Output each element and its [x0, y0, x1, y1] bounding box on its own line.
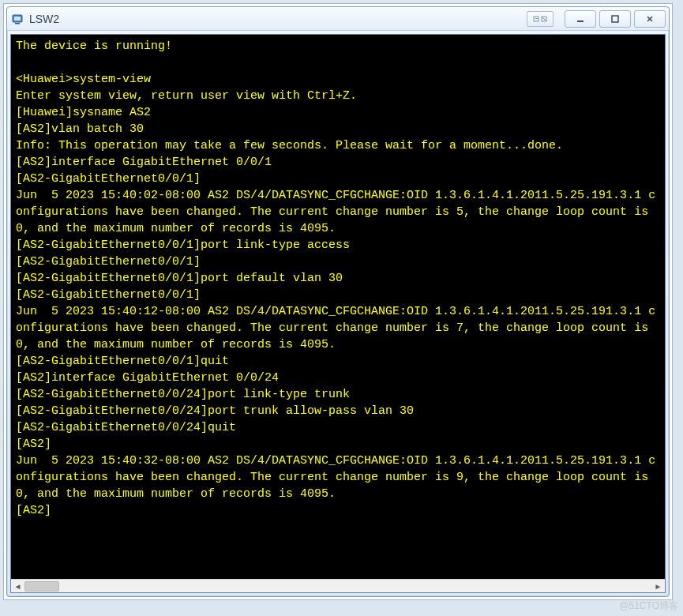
scrollbar-track[interactable]	[24, 580, 651, 592]
watermark: @51CTO博客	[619, 599, 678, 613]
scrollbar-thumb[interactable]	[24, 581, 59, 592]
titlebar[interactable]: LSW2	[7, 7, 669, 31]
horizontal-scrollbar[interactable]: ◄ ►	[11, 579, 665, 592]
svg-rect-2	[15, 23, 20, 24]
close-button[interactable]	[634, 10, 666, 28]
scroll-right-button[interactable]: ►	[651, 580, 665, 593]
svg-rect-1	[14, 17, 21, 21]
minimize-button[interactable]	[565, 10, 596, 28]
svg-rect-4	[535, 18, 538, 19]
window-title: LSW2	[29, 13, 59, 25]
outer-frame: LSW2	[3, 3, 673, 600]
app-icon	[10, 12, 24, 26]
scroll-left-button[interactable]: ◄	[11, 580, 24, 593]
terminal[interactable]: The device is running! <Huawei>system-vi…	[10, 34, 666, 593]
terminal-output: The device is running! <Huawei>system-vi…	[11, 35, 665, 579]
maximize-button[interactable]	[599, 10, 631, 28]
svg-rect-7	[577, 21, 584, 22]
options-button[interactable]	[527, 11, 554, 27]
svg-line-6	[542, 17, 546, 21]
app-window: LSW2	[6, 6, 670, 597]
svg-rect-8	[612, 16, 618, 22]
window-controls	[561, 10, 666, 28]
